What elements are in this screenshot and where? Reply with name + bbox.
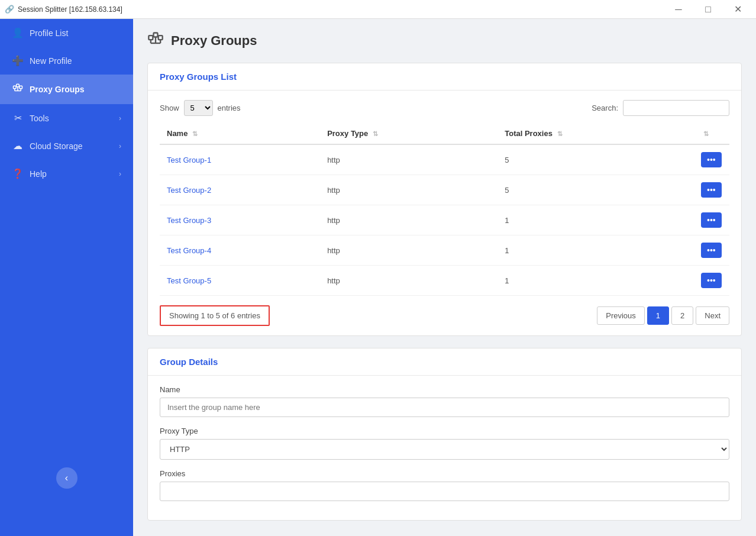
titlebar: 🔗 Session Splitter [162.158.63.134] ─ □ … bbox=[0, 0, 756, 19]
new-profile-icon: ➕ bbox=[12, 55, 24, 66]
svg-rect-8 bbox=[159, 35, 163, 40]
window-controls: ─ □ ✕ bbox=[665, 0, 751, 19]
group-details-card: Group Details Name Proxy Type HTTP HTTPS… bbox=[147, 348, 742, 521]
sidebar-item-label: Cloud Storage bbox=[30, 141, 83, 151]
search-control: Search: bbox=[592, 100, 729, 116]
svg-rect-7 bbox=[148, 35, 153, 40]
main-content: Proxy Groups Proxy Groups List Show 5 10… bbox=[133, 19, 756, 536]
proxy-type-select[interactable]: HTTP HTTPS SOCKS4 SOCKS5 bbox=[160, 439, 729, 460]
page-title: Proxy Groups bbox=[171, 33, 257, 49]
page-2-button[interactable]: 2 bbox=[671, 306, 693, 325]
cell-actions: ••• bbox=[694, 205, 729, 235]
close-button[interactable]: ✕ bbox=[724, 0, 751, 19]
sidebar-item-label: Proxy Groups bbox=[30, 85, 85, 94]
table-row: Test Group-3 http 1 ••• bbox=[160, 205, 729, 235]
page-header: Proxy Groups bbox=[147, 31, 742, 51]
col-actions: ⇅ bbox=[694, 123, 729, 144]
sort-icon: ⇅ bbox=[373, 130, 378, 137]
chevron-right-icon: › bbox=[119, 114, 121, 122]
minimize-button[interactable]: ─ bbox=[665, 0, 692, 19]
row-action-button[interactable]: ••• bbox=[701, 243, 722, 258]
sidebar-item-tools[interactable]: ✂ Tools › bbox=[0, 104, 133, 132]
sidebar-item-new-profile[interactable]: ➕ New Profile bbox=[0, 47, 133, 75]
entries-select[interactable]: 5 10 25 50 bbox=[184, 100, 213, 116]
table-header-row: Name ⇅ Proxy Type ⇅ Total Proxies ⇅ bbox=[160, 123, 729, 144]
table-row: Test Group-4 http 1 ••• bbox=[160, 235, 729, 266]
cell-name: Test Group-5 bbox=[160, 266, 320, 296]
cell-actions: ••• bbox=[694, 266, 729, 296]
sidebar-item-help[interactable]: ❓ Help › bbox=[0, 160, 133, 188]
sort-icon: ⇅ bbox=[703, 130, 709, 137]
page-icon bbox=[147, 31, 164, 51]
proxy-type-form-group: Proxy Type HTTP HTTPS SOCKS4 SOCKS5 bbox=[160, 427, 729, 460]
cell-proxy-type: http bbox=[320, 175, 497, 205]
sidebar: 👤 Profile List ➕ New Profile Proxy Group… bbox=[0, 19, 133, 536]
cell-total-proxies: 5 bbox=[497, 175, 694, 205]
sidebar-item-proxy-groups[interactable]: Proxy Groups bbox=[0, 75, 133, 104]
cell-name: Test Group-1 bbox=[160, 144, 320, 175]
sidebar-item-cloud-storage[interactable]: ☁ Cloud Storage › bbox=[0, 132, 133, 160]
next-button[interactable]: Next bbox=[696, 306, 729, 325]
search-label: Search: bbox=[592, 104, 618, 112]
sidebar-item-profile-list[interactable]: 👤 Profile List bbox=[0, 19, 133, 47]
cell-proxy-type: http bbox=[320, 235, 497, 266]
row-action-button[interactable]: ••• bbox=[701, 212, 722, 228]
name-input[interactable] bbox=[160, 398, 729, 417]
cell-proxy-type: http bbox=[320, 144, 497, 175]
cell-actions: ••• bbox=[694, 175, 729, 205]
row-action-button[interactable]: ••• bbox=[701, 273, 722, 288]
help-icon: ❓ bbox=[12, 168, 24, 179]
col-name: Name ⇅ bbox=[160, 123, 320, 144]
app-layout: 👤 Profile List ➕ New Profile Proxy Group… bbox=[0, 19, 756, 536]
cell-name: Test Group-4 bbox=[160, 235, 320, 266]
cell-proxy-type: http bbox=[320, 205, 497, 235]
col-proxy-type: Proxy Type ⇅ bbox=[320, 123, 497, 144]
group-details-header: Group Details bbox=[148, 348, 741, 376]
entries-label: entries bbox=[218, 104, 241, 112]
maximize-button[interactable]: □ bbox=[694, 0, 722, 19]
name-label: Name bbox=[160, 385, 729, 394]
card-title: Proxy Groups List bbox=[160, 72, 237, 82]
row-action-button[interactable]: ••• bbox=[701, 182, 722, 198]
chevron-right-icon: › bbox=[119, 142, 121, 150]
group-details-body: Name Proxy Type HTTP HTTPS SOCKS4 SOCKS5… bbox=[148, 376, 741, 520]
proxy-groups-list-card: Proxy Groups List Show 5 10 25 50 entrie… bbox=[147, 63, 742, 336]
sidebar-item-label: New Profile bbox=[30, 56, 72, 66]
group-details-title: Group Details bbox=[160, 357, 218, 367]
cell-name: Test Group-3 bbox=[160, 205, 320, 235]
cell-actions: ••• bbox=[694, 235, 729, 266]
window-title: Session Splitter [162.158.63.134] bbox=[18, 5, 665, 14]
proxy-groups-icon bbox=[12, 83, 24, 96]
cell-total-proxies: 1 bbox=[497, 205, 694, 235]
table-row: Test Group-5 http 1 ••• bbox=[160, 266, 729, 296]
chevron-right-icon: › bbox=[119, 170, 121, 178]
show-label: Show bbox=[160, 104, 179, 112]
table-row: Test Group-1 http 5 ••• bbox=[160, 144, 729, 175]
app-icon: 🔗 bbox=[5, 5, 14, 14]
sidebar-item-label: Tools bbox=[30, 114, 49, 123]
cell-proxy-type: http bbox=[320, 266, 497, 296]
tools-icon: ✂ bbox=[12, 112, 24, 124]
cell-total-proxies: 1 bbox=[497, 266, 694, 296]
name-form-group: Name bbox=[160, 385, 729, 417]
previous-button[interactable]: Previous bbox=[597, 306, 645, 325]
search-input[interactable] bbox=[623, 100, 729, 116]
svg-rect-1 bbox=[20, 86, 22, 89]
cell-name: Test Group-2 bbox=[160, 175, 320, 205]
row-action-button[interactable]: ••• bbox=[701, 152, 722, 167]
cell-total-proxies: 1 bbox=[497, 235, 694, 266]
proxies-label: Proxies bbox=[160, 469, 729, 478]
proxy-type-label: Proxy Type bbox=[160, 427, 729, 435]
proxies-input[interactable] bbox=[160, 482, 729, 501]
sidebar-collapse-button[interactable]: ‹ bbox=[56, 467, 77, 489]
cell-actions: ••• bbox=[694, 144, 729, 175]
sidebar-item-label: Help bbox=[30, 169, 47, 179]
table-controls: Show 5 10 25 50 entries Search: bbox=[160, 100, 729, 116]
cloud-storage-icon: ☁ bbox=[12, 140, 24, 151]
page-1-button[interactable]: 1 bbox=[647, 306, 669, 325]
sort-icon: ⇅ bbox=[192, 130, 198, 137]
table-row: Test Group-2 http 5 ••• bbox=[160, 175, 729, 205]
show-entries-control: Show 5 10 25 50 entries bbox=[160, 100, 241, 116]
svg-rect-0 bbox=[14, 86, 17, 89]
profile-list-icon: 👤 bbox=[12, 27, 24, 38]
